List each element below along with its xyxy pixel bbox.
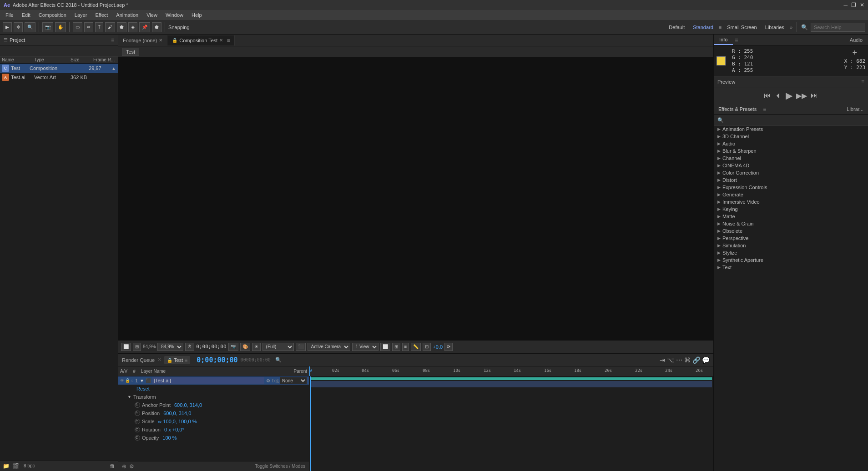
effects-search-input[interactable] bbox=[714, 115, 868, 125]
preview-last-frame[interactable]: ⏭ bbox=[811, 91, 818, 100]
composition-tab[interactable]: 🔒 Composition Test ✕ ≡ bbox=[167, 35, 235, 45]
effects-group-channel[interactable]: ▶ Channel bbox=[714, 155, 868, 162]
effects-group-matte[interactable]: ▶ Matte bbox=[714, 213, 868, 220]
rotation-stopwatch[interactable]: ⏱ bbox=[135, 427, 140, 432]
transform-group[interactable]: ▼ Transform bbox=[118, 393, 309, 401]
effects-group-stylize[interactable]: ▶ Stylize bbox=[714, 249, 868, 256]
libraries-tab[interactable]: Librar... bbox=[842, 105, 868, 114]
preview-play[interactable]: ▶ bbox=[786, 90, 792, 101]
workspace-libraries[interactable]: Libraries bbox=[762, 24, 787, 31]
effects-group-text[interactable]: ▶ Text bbox=[714, 264, 868, 271]
audio-tab[interactable]: Audio bbox=[844, 35, 868, 45]
workspace-default[interactable]: Default bbox=[666, 24, 687, 31]
project-item-test[interactable]: C Test Composition 29,97 ▲ bbox=[0, 64, 118, 73]
project-search-input[interactable] bbox=[0, 45, 118, 56]
search-input[interactable] bbox=[811, 23, 865, 32]
reset-button[interactable]: Reset bbox=[136, 386, 150, 391]
comp-tab-menu[interactable]: ≡ bbox=[227, 37, 230, 44]
effects-presets-tab[interactable]: Effects & Presets bbox=[714, 105, 761, 114]
effects-group-keying[interactable]: ▶ Keying bbox=[714, 205, 868, 213]
solo-icon[interactable]: ○ bbox=[131, 378, 133, 383]
viewer-ctrl-region[interactable]: ⬜ bbox=[121, 343, 131, 351]
anchor-point-stopwatch[interactable]: ⏱ bbox=[135, 402, 140, 408]
position-value[interactable]: 600,0, 314,0 bbox=[163, 411, 191, 416]
workspace-small-screen[interactable]: Small Screen bbox=[724, 24, 759, 31]
menu-edit[interactable]: Edit bbox=[18, 11, 34, 19]
tool-pin[interactable]: 📌 bbox=[139, 22, 150, 32]
tool-move[interactable]: ✥ bbox=[14, 22, 23, 32]
viewer-ctrl-grid-overlay[interactable]: ⊞ bbox=[392, 343, 400, 351]
effects-group-3d-channel[interactable]: ▶ 3D Channel bbox=[714, 133, 868, 140]
timeline-tab-menu[interactable]: ≡ bbox=[184, 357, 187, 363]
tool-camera[interactable]: 📷 bbox=[42, 22, 53, 32]
effects-group-generate[interactable]: ▶ Generate bbox=[714, 191, 868, 198]
tool-select[interactable]: ▶ bbox=[3, 22, 12, 32]
effects-group-immersive-video[interactable]: ▶ Immersive Video bbox=[714, 198, 868, 205]
menu-layer[interactable]: Layer bbox=[71, 11, 91, 19]
effects-menu-button[interactable]: ≡ bbox=[763, 106, 766, 112]
project-menu-button[interactable]: ≡ bbox=[111, 37, 114, 43]
layer-row-1[interactable]: 👁 🔓 ○ 1 ▼ ⬛ ⚙ fx bbox=[118, 376, 309, 385]
menu-view[interactable]: View bbox=[143, 11, 161, 19]
effects-group-synthetic-aperture[interactable]: ▶ Synthetic Aperture bbox=[714, 256, 868, 264]
delete-button[interactable]: 🗑 bbox=[110, 463, 115, 469]
info-tab[interactable]: Info bbox=[714, 35, 733, 45]
tl-btn-paste[interactable]: ⌘ bbox=[684, 356, 691, 364]
lock-icon[interactable]: 🔓 bbox=[125, 378, 130, 383]
viewer-ctrl-show-channel[interactable]: 🎨 bbox=[240, 343, 250, 351]
transform-expand-icon[interactable]: ▼ bbox=[127, 395, 131, 399]
tl-btn-ripple[interactable]: ⇥ bbox=[660, 356, 665, 364]
minimize-button[interactable]: ─ bbox=[843, 2, 848, 8]
effects-group-distort[interactable]: ▶ Distort bbox=[714, 176, 868, 184]
render-queue-tab[interactable]: Render Queue bbox=[122, 357, 155, 363]
zoom-dropdown[interactable]: 84,9% 100% 50% bbox=[157, 343, 183, 351]
scale-value[interactable]: ∞ 100,0, 100,0 % bbox=[158, 419, 197, 424]
quality-dropdown[interactable]: (Full) (Half) (Third) (Quarter) bbox=[262, 343, 294, 351]
menu-effect[interactable]: Effect bbox=[91, 11, 111, 19]
position-stopwatch[interactable]: ⏱ bbox=[135, 411, 140, 416]
viewer-ctrl-safe-zones[interactable]: ⬜ bbox=[380, 343, 390, 351]
opacity-value[interactable]: 100 % bbox=[162, 435, 177, 441]
new-comp-button[interactable]: 🎬 bbox=[12, 463, 19, 469]
viewer-ctrl-rulers[interactable]: 📏 bbox=[411, 343, 421, 351]
info-tab-menu[interactable]: ≡ bbox=[735, 37, 738, 43]
layer-blue-bar[interactable] bbox=[310, 381, 712, 387]
layer-name-input[interactable] bbox=[152, 377, 264, 384]
workspace-more-icon[interactable]: » bbox=[790, 25, 792, 30]
effects-group-perspective[interactable]: ▶ Perspective bbox=[714, 235, 868, 242]
menu-file[interactable]: File bbox=[2, 11, 17, 19]
tl-btn-lift[interactable]: ⌥ bbox=[667, 356, 674, 364]
viewer-ctrl-exposure[interactable]: ☀ bbox=[252, 343, 261, 351]
layout-dropdown[interactable]: 1 View bbox=[352, 343, 378, 351]
preview-menu-button[interactable]: ≡ bbox=[861, 79, 864, 85]
viewer-ctrl-mask[interactable]: ⊡ bbox=[423, 343, 431, 351]
tl-btn-copy[interactable]: ⋯ bbox=[676, 356, 682, 364]
tool-stamp[interactable]: ⬟ bbox=[117, 22, 126, 32]
layer-green-bar[interactable] bbox=[310, 377, 712, 380]
camera-dropdown[interactable]: Active Camera bbox=[308, 343, 350, 351]
tool-pen[interactable]: ✏ bbox=[84, 22, 93, 32]
viewer-ctrl-timecode[interactable]: ⏱ bbox=[185, 343, 194, 351]
tl-btn-comment[interactable]: 💬 bbox=[702, 356, 710, 364]
new-layer-button[interactable]: ⊕ bbox=[122, 463, 126, 470]
viewer-ctrl-guides[interactable]: ≡ bbox=[402, 343, 409, 351]
footage-tab-close[interactable]: ✕ bbox=[159, 38, 162, 43]
viewer-ctrl-grid[interactable]: ⊞ bbox=[133, 343, 141, 351]
test-sub-tab[interactable]: Test bbox=[122, 48, 139, 56]
tool-text[interactable]: T bbox=[95, 22, 103, 32]
effects-group-blur-sharpen[interactable]: ▶ Blur & Sharpen bbox=[714, 147, 868, 155]
tool-rectangle[interactable]: ▭ bbox=[73, 22, 82, 32]
tool-zoom[interactable]: 🔍 bbox=[25, 22, 35, 32]
tool-roto[interactable]: ◈ bbox=[128, 22, 137, 32]
scale-stopwatch[interactable]: ⏱ bbox=[135, 419, 140, 424]
preview-prev-frame[interactable]: ⏴ bbox=[775, 91, 782, 100]
tool-shape[interactable]: ⬟ bbox=[152, 22, 161, 32]
new-folder-button[interactable]: 📁 bbox=[3, 463, 10, 469]
menu-window[interactable]: Window bbox=[162, 11, 187, 19]
restore-button[interactable]: ❐ bbox=[851, 2, 856, 8]
comp-timeline-tab[interactable]: 🔒 Test ≡ bbox=[164, 356, 190, 364]
viewer-ctrl-region-interest[interactable]: ⬛ bbox=[296, 343, 306, 351]
rotation-value[interactable]: 0 x +0,0° bbox=[164, 427, 184, 432]
effects-group-expression-controls[interactable]: ▶ Expression Controls bbox=[714, 184, 868, 191]
footage-tab[interactable]: Footage (none) ✕ bbox=[118, 36, 167, 45]
